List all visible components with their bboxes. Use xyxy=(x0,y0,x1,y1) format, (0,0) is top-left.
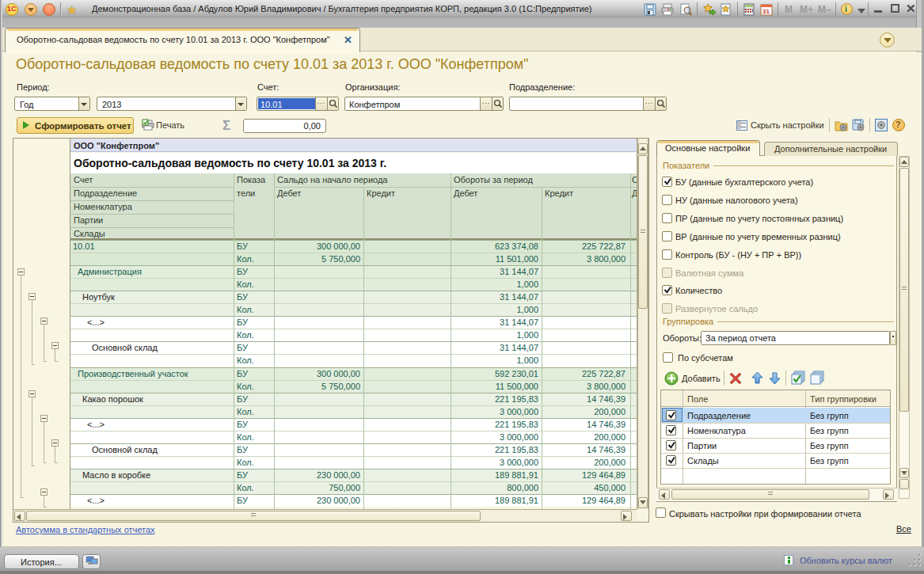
svg-text:31: 31 xyxy=(762,8,770,15)
